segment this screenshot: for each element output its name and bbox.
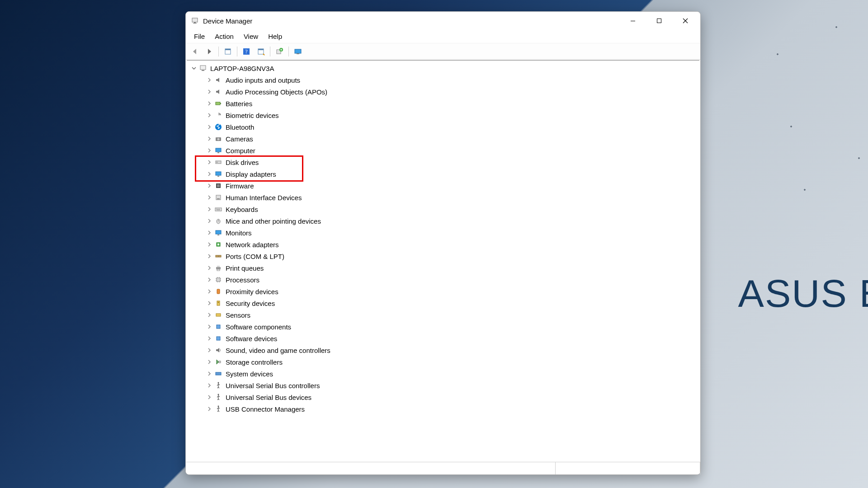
chevron-right-icon[interactable] [206, 311, 213, 319]
tree-item[interactable]: Keyboards [206, 203, 698, 215]
tree-item[interactable]: Human Interface Devices [206, 192, 698, 203]
tree-item[interactable]: Universal Serial Bus controllers [206, 380, 698, 391]
svg-point-59 [218, 406, 219, 407]
tree-item-label: Sensors [226, 311, 250, 319]
tree-item[interactable]: Software components [206, 321, 698, 333]
tree-item[interactable]: Bluetooth [206, 121, 698, 133]
tree-item[interactable]: USB Connector Managers [206, 403, 698, 415]
tree-item[interactable]: Cameras [206, 133, 698, 145]
tree-item[interactable]: Biometric devices [206, 109, 698, 121]
proximity-icon [214, 287, 223, 296]
tree-item[interactable]: Software devices [206, 333, 698, 344]
tree-item[interactable]: System devices [206, 368, 698, 380]
tree-item[interactable]: Processors [206, 274, 698, 286]
tree-item[interactable]: Display adapters [206, 168, 698, 180]
device-tree[interactable]: LAPTOP-A98GNV3A Audio inputs and outputs… [187, 60, 699, 462]
minimize-button[interactable] [620, 12, 646, 30]
chevron-right-icon[interactable] [206, 253, 213, 260]
tree-item-label: Storage controllers [226, 358, 283, 366]
chevron-right-icon[interactable] [206, 382, 213, 389]
tree-item[interactable]: Mice and other pointing devices [206, 215, 698, 227]
chevron-right-icon[interactable] [206, 159, 213, 166]
menu-help[interactable]: Help [264, 31, 287, 42]
chevron-right-icon[interactable] [206, 241, 213, 248]
toolbar: ? [186, 43, 700, 60]
tree-item[interactable]: Security devices [206, 297, 698, 309]
tree-item[interactable]: Firmware [206, 180, 698, 192]
toolbar-properties[interactable] [255, 46, 267, 57]
tree-item[interactable]: Print queues [206, 262, 698, 274]
tree-item[interactable]: Audio inputs and outputs [206, 74, 698, 86]
chevron-down-icon[interactable] [190, 65, 198, 72]
chevron-right-icon[interactable] [206, 147, 213, 154]
tree-item[interactable]: Sound, video and game controllers [206, 344, 698, 356]
tree-item[interactable]: Proximity devices [206, 286, 698, 297]
menu-view[interactable]: View [239, 31, 263, 42]
security-icon [214, 299, 223, 308]
tree-item-label: Universal Serial Bus devices [226, 393, 311, 401]
toolbar-separator [270, 47, 270, 56]
help-icon: ? [242, 47, 250, 56]
svg-rect-3 [631, 21, 635, 21]
tree-item[interactable]: Ports (COM & LPT) [206, 250, 698, 262]
toolbar-show-hidden[interactable] [222, 46, 234, 57]
chevron-right-icon[interactable] [206, 264, 213, 272]
chevron-right-icon[interactable] [206, 88, 213, 95]
chevron-right-icon[interactable] [206, 370, 213, 377]
svg-rect-18 [220, 103, 221, 104]
svg-rect-55 [219, 361, 221, 363]
tree-item[interactable]: Batteries [206, 98, 698, 109]
toolbar-forward[interactable] [203, 46, 216, 57]
svg-rect-29 [217, 184, 220, 187]
chevron-right-icon[interactable] [206, 323, 213, 330]
tree-item[interactable]: Sensors [206, 309, 698, 321]
chevron-right-icon[interactable] [206, 347, 213, 354]
tree-item[interactable]: Universal Serial Bus devices [206, 391, 698, 403]
printer-icon [214, 263, 223, 272]
chevron-right-icon[interactable] [206, 100, 213, 107]
chevron-right-icon[interactable] [206, 335, 213, 342]
menu-action[interactable]: Action [210, 31, 238, 42]
close-button[interactable] [672, 12, 698, 30]
menu-file[interactable]: File [189, 31, 209, 42]
chevron-right-icon[interactable] [206, 135, 213, 142]
svg-rect-16 [202, 70, 204, 71]
title-bar[interactable]: Device Manager [186, 12, 700, 30]
system-icon [214, 369, 223, 378]
tree-root-node[interactable]: LAPTOP-A98GNV3A [190, 62, 698, 74]
audio-icon [214, 75, 223, 84]
tree-item-label: Human Interface Devices [226, 193, 302, 202]
toolbar-help[interactable]: ? [240, 46, 253, 57]
maximize-button[interactable] [646, 12, 672, 30]
chevron-right-icon[interactable] [206, 229, 213, 236]
toolbar-update-driver[interactable] [273, 46, 286, 57]
tree-item-label: Network adapters [226, 240, 279, 249]
chevron-right-icon[interactable] [206, 123, 213, 131]
toolbar-scan-hardware[interactable] [292, 46, 304, 57]
chevron-right-icon[interactable] [206, 288, 213, 295]
tree-item[interactable]: Disk drives [206, 156, 698, 168]
chevron-right-icon[interactable] [206, 182, 213, 189]
usb-icon [214, 404, 223, 413]
tree-item-label: Ports (COM & LPT) [226, 252, 284, 260]
toolbar-back[interactable] [189, 46, 201, 57]
tree-item-label: Cameras [226, 135, 253, 143]
chevron-right-icon[interactable] [206, 194, 213, 201]
chevron-right-icon[interactable] [206, 358, 213, 366]
chevron-right-icon[interactable] [206, 217, 213, 225]
chevron-right-icon[interactable] [206, 405, 213, 413]
chevron-right-icon[interactable] [206, 276, 213, 283]
chevron-right-icon[interactable] [206, 170, 213, 178]
tree-item[interactable]: Storage controllers [206, 356, 698, 368]
tree-item[interactable]: Audio Processing Objects (APOs) [206, 86, 698, 98]
tree-item[interactable]: Computer [206, 145, 698, 156]
chevron-right-icon[interactable] [206, 76, 213, 84]
chevron-right-icon[interactable] [206, 206, 213, 213]
chevron-right-icon[interactable] [206, 300, 213, 307]
svg-point-58 [218, 394, 219, 395]
tree-item[interactable]: Network adapters [206, 239, 698, 250]
tree-item[interactable]: Monitors [206, 227, 698, 239]
chevron-right-icon[interactable] [206, 112, 213, 119]
chevron-right-icon[interactable] [206, 394, 213, 401]
storage-icon [214, 357, 223, 366]
